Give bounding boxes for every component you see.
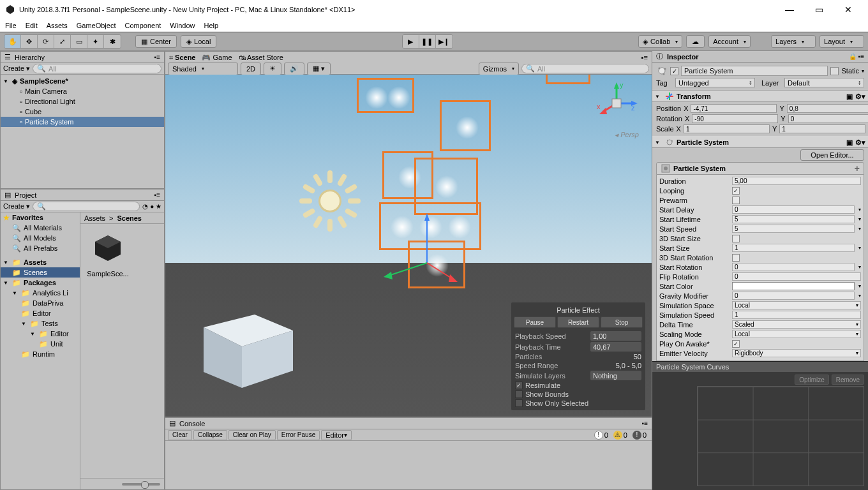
scale-tool[interactable]: ⤢ xyxy=(54,35,71,48)
pivot-center-toggle[interactable]: ▦ Center xyxy=(135,35,177,48)
hierarchy-item-light[interactable]: ▫ Directional Light xyxy=(1,96,164,107)
emittervel-dropdown[interactable]: Rigidbody xyxy=(732,349,861,357)
static-dropdown[interactable]: ▾ xyxy=(862,68,864,74)
console-error-count[interactable]: !0 xyxy=(630,430,649,440)
menu-component[interactable]: Component xyxy=(124,22,161,29)
project-options[interactable]: ▪≡ xyxy=(154,191,160,198)
simspace-dropdown[interactable]: Local xyxy=(732,301,861,309)
fav-all-models[interactable]: 🔍 All Models xyxy=(1,233,80,243)
console-clearonplay[interactable]: Clear on Play xyxy=(228,430,276,440)
open-editor-button[interactable]: Open Editor... xyxy=(800,149,864,161)
transform-gizmo[interactable] xyxy=(376,199,465,288)
scene-panel-options[interactable]: ▪≡ xyxy=(641,54,648,61)
ps-main-module-header[interactable]: Particle System+ xyxy=(656,162,864,175)
startrot3d-checkbox[interactable] xyxy=(732,254,740,262)
particlesystem-header[interactable]: ▼ Particle System ▣⚙▾ xyxy=(652,137,868,148)
pkg-tests-editor[interactable]: ▼📁 Editor xyxy=(1,329,80,339)
hierarchy-options[interactable]: ▪≡ xyxy=(154,54,160,61)
ps-help-icon[interactable]: ▣ xyxy=(846,138,853,147)
step-button[interactable]: ▶❙ xyxy=(436,35,453,48)
pkg-datapriva[interactable]: 📁 DataPriva xyxy=(1,298,80,308)
console-collapse[interactable]: Collapse xyxy=(193,430,227,440)
menu-assets[interactable]: Assets xyxy=(47,22,68,29)
scene-search[interactable]: 🔍All xyxy=(521,64,649,73)
tag-dropdown[interactable]: Untagged‡ xyxy=(675,78,755,87)
layers-dropdown[interactable]: Layers xyxy=(771,35,816,48)
simspeed-field[interactable]: 1 xyxy=(732,311,861,319)
startrotation-field[interactable]: 0 xyxy=(732,263,855,271)
project-filter-icons[interactable]: ◔ ● ★ xyxy=(142,203,161,210)
transform-tool[interactable]: ✦ xyxy=(87,35,104,48)
favorites-folder[interactable]: ★ Favorites xyxy=(1,212,80,223)
inspector-lock[interactable]: 🔒 ▪≡ xyxy=(849,53,864,60)
scene-tab[interactable]: ⌗ Scene xyxy=(169,54,195,62)
console-editor-dropdown[interactable]: Editor ▾ xyxy=(321,430,352,440)
startlifetime-field[interactable]: 5 xyxy=(732,215,855,223)
overlay-stop[interactable]: Stop xyxy=(601,316,643,328)
transform-help-icon[interactable]: ▣ xyxy=(846,93,853,101)
minimize-button[interactable]: — xyxy=(775,0,804,19)
pkg-tests-unit[interactable]: 📁 Unit xyxy=(1,339,80,349)
curves-grid[interactable] xyxy=(697,386,864,486)
hierarchy-item-cube[interactable]: ▫ Cube xyxy=(1,107,164,117)
add-module-icon[interactable]: + xyxy=(855,163,860,174)
hierarchy-tab[interactable]: Hierarchy xyxy=(15,54,45,61)
startdelay-field[interactable]: 0 xyxy=(732,205,855,214)
simulate-layers-dropdown[interactable]: Nothing xyxy=(590,371,641,380)
project-create[interactable]: Create ▾ xyxy=(3,202,30,211)
hierarchy-item-camera[interactable]: ▫ Main Camera xyxy=(1,86,164,96)
startsize3d-checkbox[interactable] xyxy=(732,235,740,242)
fliprotation-field[interactable]: 0 xyxy=(732,272,861,281)
ps-settings-icon[interactable]: ⚙▾ xyxy=(855,138,865,147)
curves-optimize[interactable]: Optimize xyxy=(795,375,828,385)
shading-mode[interactable]: Shaded xyxy=(168,63,238,75)
scenes-folder[interactable]: 📁 Scenes xyxy=(1,267,80,278)
curves-remove[interactable]: Remove xyxy=(832,375,864,385)
console-info-count[interactable]: !0 xyxy=(592,430,611,440)
rotate-tool[interactable]: ⟳ xyxy=(38,35,54,48)
startsize-field[interactable]: 1 xyxy=(732,244,855,252)
playback-speed-field[interactable]: 1,00 xyxy=(590,331,641,341)
rot-y[interactable] xyxy=(788,114,868,123)
asset-size-slider[interactable] xyxy=(122,483,160,486)
console-errorpause[interactable]: Error Pause xyxy=(277,430,320,440)
hierarchy-create[interactable]: Create ▾ xyxy=(3,64,30,73)
curves-title[interactable]: Particle System Curves xyxy=(652,362,868,372)
pos-x[interactable] xyxy=(691,104,777,113)
scene-viewport[interactable]: y z x ◂ Persp Particle Effect Pause Rest… xyxy=(165,75,652,417)
playonawake-checkbox[interactable]: ✓ xyxy=(732,340,740,348)
object-name-field[interactable]: Particle System xyxy=(681,66,828,76)
asset-samplescene[interactable]: SampleSce... xyxy=(86,229,130,278)
assetstore-tab[interactable]: 🛍 Asset Store xyxy=(239,54,283,61)
cloud-button[interactable]: ☁ xyxy=(686,35,705,48)
transform-settings-icon[interactable]: ⚙▾ xyxy=(855,93,865,101)
resimulate-checkbox[interactable]: ✓ xyxy=(515,382,523,389)
game-tab[interactable]: 🎮 Game xyxy=(202,54,232,62)
transform-header[interactable]: ▼ Transform ▣⚙▾ xyxy=(652,91,868,102)
menu-file[interactable]: File xyxy=(5,22,17,29)
packages-folder[interactable]: ▼📁 Packages xyxy=(1,278,80,288)
overlay-pause[interactable]: Pause xyxy=(514,316,556,328)
showonlyselected-checkbox[interactable] xyxy=(515,399,523,407)
pivot-local-toggle[interactable]: ◈ Local xyxy=(181,35,216,48)
rot-x[interactable] xyxy=(692,114,778,123)
gravity-field[interactable]: 0 xyxy=(732,292,855,300)
layer-dropdown[interactable]: Default‡ xyxy=(784,78,864,87)
console-tab[interactable]: Console xyxy=(179,420,205,427)
inspector-tab[interactable]: Inspector xyxy=(667,53,699,61)
duration-field[interactable]: 5,00 xyxy=(732,177,861,185)
custom-tool[interactable]: ✱ xyxy=(104,35,121,48)
deltatime-dropdown[interactable]: Scaled xyxy=(732,320,861,329)
assets-folder[interactable]: ▼📁 Assets xyxy=(1,257,80,267)
menu-gameobject[interactable]: GameObject xyxy=(77,22,116,29)
project-search[interactable]: 🔍 xyxy=(33,202,140,211)
fx-toggle[interactable]: ▦ ▾ xyxy=(307,63,331,75)
pkg-tests[interactable]: ▼📁 Tests xyxy=(1,318,80,329)
hierarchy-scene[interactable]: ▼◈ SampleScene* xyxy=(1,76,164,86)
rect-tool[interactable]: ▭ xyxy=(71,35,87,48)
lighting-toggle[interactable]: ☀ xyxy=(264,63,281,75)
2d-toggle[interactable]: 2D xyxy=(241,63,261,75)
close-button[interactable]: ✕ xyxy=(834,0,863,19)
overlay-restart[interactable]: Restart xyxy=(557,316,599,328)
hand-tool[interactable]: ✋ xyxy=(4,35,21,48)
